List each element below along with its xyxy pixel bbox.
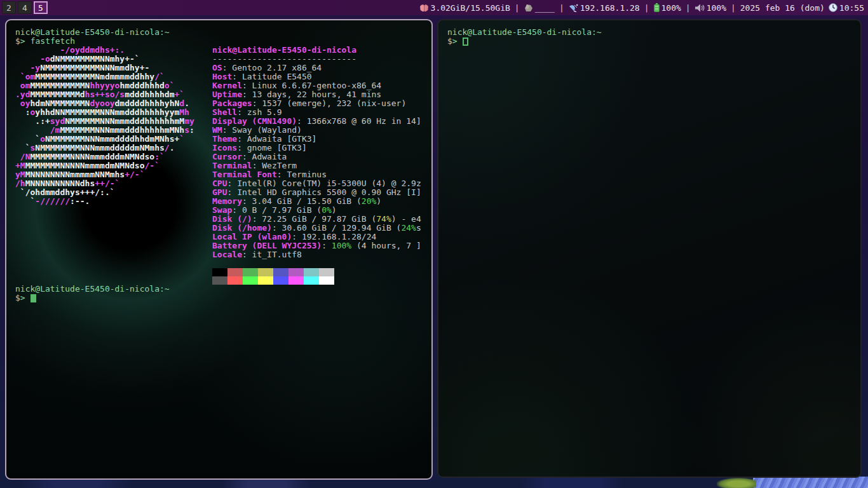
prompt-gt: > (20, 36, 25, 46)
entry-key: Cursor (212, 152, 242, 161)
right-terminal-window[interactable]: nick@Latitude-E5450-di-nicola:~ $> (437, 19, 862, 478)
entry-value: : 868x488 @ 60 Hz in 14] (297, 116, 421, 126)
entry-value: : Adwaita (242, 152, 287, 161)
ascii-segment: . (170, 143, 175, 152)
entry-key: Terminal (212, 161, 252, 170)
entry-value: : Latitude E5450 (232, 72, 311, 81)
entry-value: : (322, 241, 332, 250)
palette-normal-row (212, 268, 431, 276)
ascii-segment: d (179, 98, 184, 108)
date-text: 2025 feb 16 (dom) (740, 3, 825, 13)
ascii-segment: om (15, 81, 30, 90)
entry-value: : Adwaita [GTK3] (237, 134, 316, 144)
fastfetch-entry: Disk (/): 72.25 GiB / 97.87 GiB (74%) - … (212, 215, 431, 224)
entry-value: ) (332, 205, 337, 215)
ascii-segment: NMMMMMMNNNmmmdddhhhhhhmM (65, 116, 184, 126)
prompt-dollar: $ (447, 36, 452, 46)
bar-modules: 3.02GiB/15.50GiB | ____ | 192.168.1.28 |… (416, 0, 868, 15)
input-line[interactable]: $> (15, 294, 431, 302)
ascii-segment: hhyyyo (90, 81, 119, 90)
battery-module[interactable]: 100% (650, 3, 685, 13)
ascii-segment: -/oyddmdhs+:. (15, 45, 125, 55)
memory-module[interactable]: 3.02GiB/15.50GiB (416, 3, 514, 13)
fastfetch-entry: Terminal Font: Terminus (212, 170, 431, 179)
fastfetch-entry: GPU: Intel HD Graphics 5500 @ 0.90 GHz [… (212, 188, 431, 197)
module-separator: | (685, 3, 691, 13)
speaker-icon (695, 4, 705, 12)
ascii-segment: syd (50, 116, 65, 126)
module-separator: | (559, 3, 565, 13)
entry-key: Swap (212, 205, 232, 215)
fastfetch-entry: Locale: it_IT.utf8 (212, 250, 431, 259)
prompt-line: nick@Latitude-E5450-di-nicola:~ (15, 285, 431, 294)
ascii-segment: MMMMMMMMMMd (30, 90, 85, 99)
entry-value: 0% (322, 205, 332, 215)
workspace-button-2[interactable]: 2 (2, 1, 16, 14)
entry-value: 74% (376, 214, 391, 224)
color-swatch (212, 268, 227, 276)
entry-value: : Gentoo 2.17 x86_64 (222, 63, 322, 72)
ascii-segment: dmddddhhhhyhN (115, 98, 180, 108)
ascii-segment: MNNNNNNNNNNdhs (25, 179, 95, 188)
ascii-segment: / (165, 143, 170, 152)
entry-value: : Linux 6.6.67-gentoo-x86_64 (242, 81, 381, 90)
color-swatch (304, 276, 319, 285)
color-swatch (273, 268, 288, 276)
fastfetch-title: nick@Latitude-E5450-di-nicola (212, 46, 431, 55)
ascii-segment: `/ohdmmddhys+++/:.` (15, 187, 115, 197)
memory-text: 3.02GiB/15.50GiB (431, 3, 510, 13)
network-module[interactable]: 192.168.1.28 (565, 3, 644, 13)
entry-value: 24% (401, 223, 416, 233)
entry-key: Disk (/home) (212, 223, 272, 233)
prompt-line: nick@Latitude-E5450-di-nicola:~ (447, 28, 860, 37)
entry-value: 100% (332, 241, 351, 250)
ascii-segment: ` (15, 134, 40, 144)
fastfetch-output: -/oyddmdhs+:. -odNMMMMMMMMNNmhy+-` -yNMM… (15, 46, 431, 285)
ascii-segment: /` (154, 72, 165, 81)
date-module[interactable]: 2025 feb 16 (dom) (736, 3, 829, 13)
ascii-segment: MMMMMMMMNNNNmmmdddmNMNdso (30, 152, 154, 161)
prompt-gt: > (452, 36, 458, 46)
gentoo-ascii-logo: -/oyddmdhs+:. -odNMMMMMMMMNNmhy+-` -yNMM… (15, 46, 212, 285)
ascii-segment: NMMMMMMMNNNmmmddddhhdmMNhs+ (45, 134, 179, 144)
ascii-segment: +` (174, 90, 184, 99)
cpu-module[interactable]: ____ (520, 3, 559, 13)
volume-module[interactable]: 100% (691, 3, 730, 13)
input-line[interactable]: $> (447, 37, 860, 46)
workspace-button-4[interactable]: 4 (18, 1, 32, 14)
fastfetch-entry: Swap: 0 B / 7.97 GiB (0%) (212, 206, 431, 215)
entry-key: Disk (/) (212, 214, 252, 224)
entry-key: Host (212, 72, 232, 81)
ascii-segment: MMMMMMMNNNmmmdddhhhhhmMNh (60, 125, 184, 135)
entry-value: : it_IT.utf8 (242, 250, 302, 259)
text-cursor (31, 294, 36, 302)
clock-module[interactable]: 10:55 (829, 3, 868, 13)
ascii-segment: dyooy (90, 98, 114, 108)
module-separator: | (730, 3, 736, 13)
ascii-segment (15, 125, 50, 135)
ascii-segment: hmdddhhhd (119, 81, 164, 90)
workspace-button-5[interactable]: 5 (34, 1, 48, 14)
palette-bright-row (212, 276, 431, 285)
color-swatch (212, 276, 227, 285)
entry-value: s (416, 223, 421, 233)
fastfetch-underline: ----------------------------- (212, 55, 431, 64)
fastfetch-info: nick@Latitude-E5450-di-nicola-----------… (212, 46, 431, 285)
prompt-line: nick@Latitude-E5450-di-nicola:~ (15, 28, 431, 37)
prompt-user: nick@Latitude-E5450-di-nicola: (447, 27, 597, 37)
entry-value: : 1537 (emerge), 232 (nix-user) (252, 98, 407, 108)
fastfetch-entry: Host: Latitude E5450 (212, 72, 431, 81)
fastfetch-entry: OS: Gentoo 2.17 x86_64 (212, 64, 431, 72)
ascii-segment: NMMMMMMMMMMMNNNmmdhy+- (40, 63, 149, 72)
ascii-segment: /N (20, 152, 31, 161)
ascii-segment: /-` (145, 161, 159, 170)
ascii-segment: Mh (179, 107, 189, 117)
blank-line (212, 259, 431, 268)
command-text: fastfetch (31, 36, 75, 46)
entry-key: Locale (212, 250, 242, 259)
fastfetch-entry: Terminal: WezTerm (212, 161, 431, 170)
entry-key: Display (CMN1490) (212, 116, 297, 126)
left-terminal-window[interactable]: nick@Latitude-E5450-di-nicola:~ $>fastfe… (5, 19, 433, 480)
fastfetch-entry: Battery (DELL WYJC253): 100% (4 hours, 7… (212, 241, 431, 250)
entry-value: (4 hours, 7 ] (351, 241, 421, 250)
